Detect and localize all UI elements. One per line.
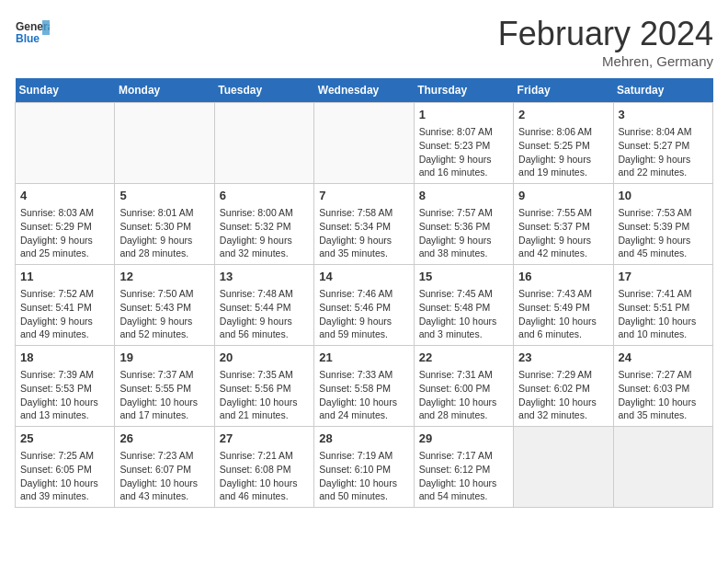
day-info: Sunrise: 7:41 AM Sunset: 5:51 PM Dayligh… (619, 287, 708, 341)
title-block: February 2024 Mehren, Germany (498, 15, 713, 69)
location-title: Mehren, Germany (498, 53, 713, 69)
month-title: February 2024 (498, 15, 713, 53)
day-number: 9 (518, 188, 608, 204)
day-info: Sunrise: 7:45 AM Sunset: 5:48 PM Dayligh… (419, 287, 508, 341)
day-info: Sunrise: 7:17 AM Sunset: 6:12 PM Dayligh… (419, 449, 508, 503)
day-cell: 21Sunrise: 7:33 AM Sunset: 5:58 PM Dayli… (314, 346, 414, 427)
day-info: Sunrise: 7:58 AM Sunset: 5:34 PM Dayligh… (319, 206, 408, 260)
day-cell: 11Sunrise: 7:52 AM Sunset: 5:41 PM Dayli… (16, 265, 115, 346)
day-cell: 25Sunrise: 7:25 AM Sunset: 6:05 PM Dayli… (16, 427, 115, 508)
day-info: Sunrise: 7:25 AM Sunset: 6:05 PM Dayligh… (20, 449, 109, 503)
day-cell: 14Sunrise: 7:46 AM Sunset: 5:46 PM Dayli… (314, 265, 414, 346)
header-cell-saturday: Saturday (613, 78, 712, 103)
day-info: Sunrise: 7:33 AM Sunset: 5:58 PM Dayligh… (319, 368, 408, 422)
day-info: Sunrise: 7:27 AM Sunset: 6:03 PM Dayligh… (619, 368, 708, 422)
day-cell: 3Sunrise: 8:04 AM Sunset: 5:27 PM Daylig… (613, 103, 712, 184)
day-info: Sunrise: 7:55 AM Sunset: 5:37 PM Dayligh… (518, 206, 608, 260)
day-info: Sunrise: 7:19 AM Sunset: 6:10 PM Dayligh… (319, 449, 408, 503)
day-info: Sunrise: 8:07 AM Sunset: 5:23 PM Dayligh… (419, 125, 508, 179)
day-info: Sunrise: 7:57 AM Sunset: 5:36 PM Dayligh… (419, 206, 508, 260)
day-number: 17 (619, 269, 708, 285)
day-cell (115, 103, 214, 184)
week-row-5: 25Sunrise: 7:25 AM Sunset: 6:05 PM Dayli… (16, 427, 713, 508)
day-number: 11 (20, 269, 109, 285)
week-row-3: 11Sunrise: 7:52 AM Sunset: 5:41 PM Dayli… (16, 265, 713, 346)
day-number: 4 (20, 188, 109, 204)
day-cell: 4Sunrise: 8:03 AM Sunset: 5:29 PM Daylig… (16, 184, 115, 265)
day-info: Sunrise: 8:04 AM Sunset: 5:27 PM Dayligh… (619, 125, 708, 179)
day-number: 27 (220, 431, 309, 447)
day-cell: 17Sunrise: 7:41 AM Sunset: 5:51 PM Dayli… (613, 265, 712, 346)
day-cell: 28Sunrise: 7:19 AM Sunset: 6:10 PM Dayli… (314, 427, 414, 508)
day-cell (214, 103, 313, 184)
day-number: 21 (319, 350, 408, 366)
day-info: Sunrise: 7:48 AM Sunset: 5:44 PM Dayligh… (220, 287, 309, 341)
day-cell: 23Sunrise: 7:29 AM Sunset: 6:02 PM Dayli… (514, 346, 613, 427)
day-info: Sunrise: 7:23 AM Sunset: 6:07 PM Dayligh… (119, 449, 209, 503)
day-number: 25 (20, 431, 109, 447)
logo-svg: General Blue (15, 15, 50, 50)
day-number: 18 (20, 350, 109, 366)
day-number: 23 (518, 350, 608, 366)
day-cell: 20Sunrise: 7:35 AM Sunset: 5:56 PM Dayli… (214, 346, 313, 427)
day-info: Sunrise: 8:03 AM Sunset: 5:29 PM Dayligh… (20, 206, 109, 260)
day-info: Sunrise: 8:00 AM Sunset: 5:32 PM Dayligh… (220, 206, 309, 260)
header-cell-wednesday: Wednesday (314, 78, 414, 103)
day-number: 22 (419, 350, 508, 366)
day-cell: 10Sunrise: 7:53 AM Sunset: 5:39 PM Dayli… (613, 184, 712, 265)
day-number: 1 (419, 107, 508, 123)
day-info: Sunrise: 7:29 AM Sunset: 6:02 PM Dayligh… (518, 368, 608, 422)
header-cell-sunday: Sunday (16, 78, 115, 103)
day-number: 3 (619, 107, 708, 123)
day-number: 15 (419, 269, 508, 285)
header-cell-tuesday: Tuesday (214, 78, 313, 103)
header: General Blue February 2024 Mehren, Germa… (15, 15, 713, 69)
day-number: 26 (119, 431, 209, 447)
day-cell: 12Sunrise: 7:50 AM Sunset: 5:43 PM Dayli… (115, 265, 214, 346)
day-cell: 16Sunrise: 7:43 AM Sunset: 5:49 PM Dayli… (514, 265, 613, 346)
day-cell: 5Sunrise: 8:01 AM Sunset: 5:30 PM Daylig… (115, 184, 214, 265)
day-cell: 22Sunrise: 7:31 AM Sunset: 6:00 PM Dayli… (414, 346, 513, 427)
header-cell-monday: Monday (115, 78, 214, 103)
day-cell (16, 103, 115, 184)
day-number: 20 (220, 350, 309, 366)
day-cell: 2Sunrise: 8:06 AM Sunset: 5:25 PM Daylig… (514, 103, 613, 184)
day-number: 28 (319, 431, 408, 447)
day-cell: 19Sunrise: 7:37 AM Sunset: 5:55 PM Dayli… (115, 346, 214, 427)
day-cell (613, 427, 712, 508)
day-number: 16 (518, 269, 608, 285)
logo: General Blue (15, 15, 50, 50)
day-cell: 26Sunrise: 7:23 AM Sunset: 6:07 PM Dayli… (115, 427, 214, 508)
day-cell: 13Sunrise: 7:48 AM Sunset: 5:44 PM Dayli… (214, 265, 313, 346)
day-info: Sunrise: 8:06 AM Sunset: 5:25 PM Dayligh… (518, 125, 608, 179)
day-info: Sunrise: 7:37 AM Sunset: 5:55 PM Dayligh… (119, 368, 209, 422)
day-cell: 15Sunrise: 7:45 AM Sunset: 5:48 PM Dayli… (414, 265, 513, 346)
day-info: Sunrise: 7:35 AM Sunset: 5:56 PM Dayligh… (220, 368, 309, 422)
day-number: 19 (119, 350, 209, 366)
week-row-4: 18Sunrise: 7:39 AM Sunset: 5:53 PM Dayli… (16, 346, 713, 427)
svg-marker-2 (42, 20, 50, 35)
day-cell: 8Sunrise: 7:57 AM Sunset: 5:36 PM Daylig… (414, 184, 513, 265)
day-info: Sunrise: 7:31 AM Sunset: 6:00 PM Dayligh… (419, 368, 508, 422)
week-row-1: 1Sunrise: 8:07 AM Sunset: 5:23 PM Daylig… (16, 103, 713, 184)
day-cell: 29Sunrise: 7:17 AM Sunset: 6:12 PM Dayli… (414, 427, 513, 508)
day-number: 13 (220, 269, 309, 285)
day-info: Sunrise: 7:43 AM Sunset: 5:49 PM Dayligh… (518, 287, 608, 341)
header-cell-thursday: Thursday (414, 78, 513, 103)
header-cell-friday: Friday (514, 78, 613, 103)
day-info: Sunrise: 7:50 AM Sunset: 5:43 PM Dayligh… (119, 287, 209, 341)
day-number: 29 (419, 431, 508, 447)
day-info: Sunrise: 7:52 AM Sunset: 5:41 PM Dayligh… (20, 287, 109, 341)
day-number: 5 (119, 188, 209, 204)
day-number: 12 (119, 269, 209, 285)
day-cell: 7Sunrise: 7:58 AM Sunset: 5:34 PM Daylig… (314, 184, 414, 265)
day-number: 14 (319, 269, 408, 285)
day-number: 8 (419, 188, 508, 204)
day-number: 6 (220, 188, 309, 204)
day-cell (514, 427, 613, 508)
day-cell: 18Sunrise: 7:39 AM Sunset: 5:53 PM Dayli… (16, 346, 115, 427)
day-info: Sunrise: 7:21 AM Sunset: 6:08 PM Dayligh… (220, 449, 309, 503)
day-number: 2 (518, 107, 608, 123)
day-number: 24 (619, 350, 708, 366)
day-cell (314, 103, 414, 184)
